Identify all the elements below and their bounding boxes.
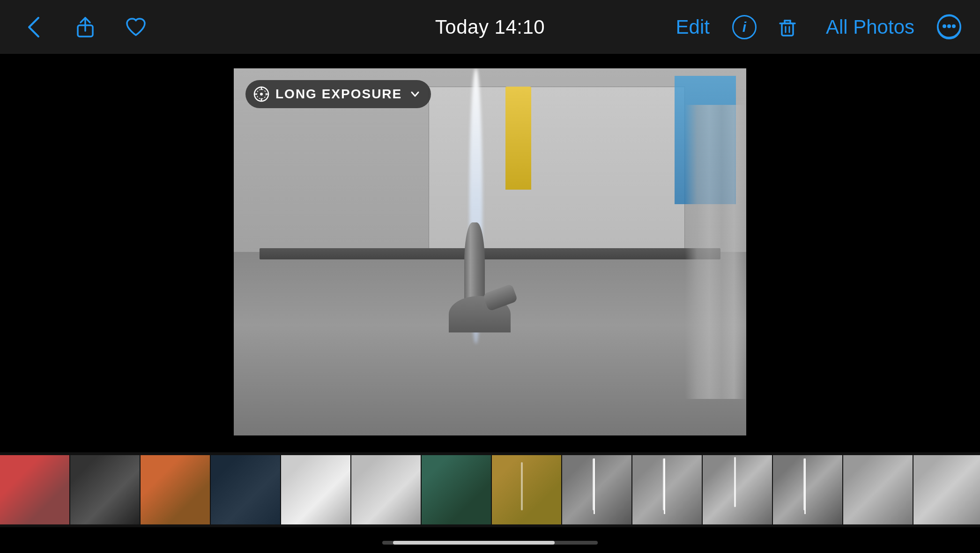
- thumbnail-1[interactable]: [0, 455, 69, 524]
- more-options-button[interactable]: [937, 15, 961, 39]
- photo-sink-rim: [260, 248, 721, 259]
- long-exposure-label: LONG EXPOSURE: [275, 87, 402, 102]
- thumbnail-3[interactable]: [141, 455, 210, 524]
- back-button[interactable]: [19, 11, 51, 43]
- thumbnail-14[interactable]: [913, 455, 980, 524]
- right-bar: [911, 54, 980, 450]
- thumbnail-10[interactable]: [632, 455, 702, 524]
- toolbar-right: Edit i All Photos: [668, 11, 961, 43]
- thumbnail-4[interactable]: [211, 455, 280, 524]
- thumbnail-8[interactable]: [492, 455, 561, 524]
- thumbnail-5[interactable]: [281, 455, 350, 524]
- thumbnail-13[interactable]: [843, 455, 913, 524]
- toolbar: Today 14:10 Edit i All Photos: [0, 0, 980, 54]
- toolbar-left: [19, 11, 668, 43]
- badge-chevron-icon: [409, 88, 421, 100]
- svg-point-8: [943, 24, 946, 28]
- toolbar-center: Today 14:10: [435, 16, 545, 38]
- photo-rack: [685, 105, 746, 398]
- svg-rect-1: [782, 23, 793, 36]
- thumbnail-2[interactable]: [70, 455, 140, 524]
- filmstrip[interactable]: [0, 452, 980, 527]
- thumbnail-6[interactable]: [351, 455, 421, 524]
- info-button[interactable]: i: [732, 15, 757, 39]
- share-button[interactable]: [69, 11, 101, 43]
- long-exposure-badge[interactable]: LONG EXPOSURE: [245, 80, 431, 108]
- svg-point-9: [947, 24, 951, 28]
- more-icon: [937, 14, 961, 40]
- favorite-button[interactable]: [120, 11, 152, 43]
- svg-point-10: [952, 24, 956, 28]
- photo-area[interactable]: LONG EXPOSURE: [0, 54, 980, 450]
- thumbnail-7[interactable]: [422, 455, 491, 524]
- photo-timestamp: Today 14:10: [435, 16, 545, 38]
- filmstrip-scrollbar[interactable]: [382, 541, 598, 545]
- photo-main: LONG EXPOSURE: [234, 68, 746, 435]
- delete-button[interactable]: [772, 11, 803, 43]
- filmstrip-scroll-thumb[interactable]: [393, 541, 555, 545]
- photo-sink: [234, 252, 746, 435]
- photo-yellow-bottle: [505, 87, 531, 190]
- long-exposure-icon: [253, 86, 270, 103]
- thumbnail-11[interactable]: [703, 455, 772, 524]
- svg-point-14: [260, 93, 263, 96]
- edit-button[interactable]: Edit: [668, 12, 717, 42]
- thumbnail-9[interactable]: [562, 455, 631, 524]
- all-photos-button[interactable]: All Photos: [818, 12, 922, 42]
- info-icon: i: [742, 19, 746, 35]
- thumbnail-12[interactable]: [773, 455, 842, 524]
